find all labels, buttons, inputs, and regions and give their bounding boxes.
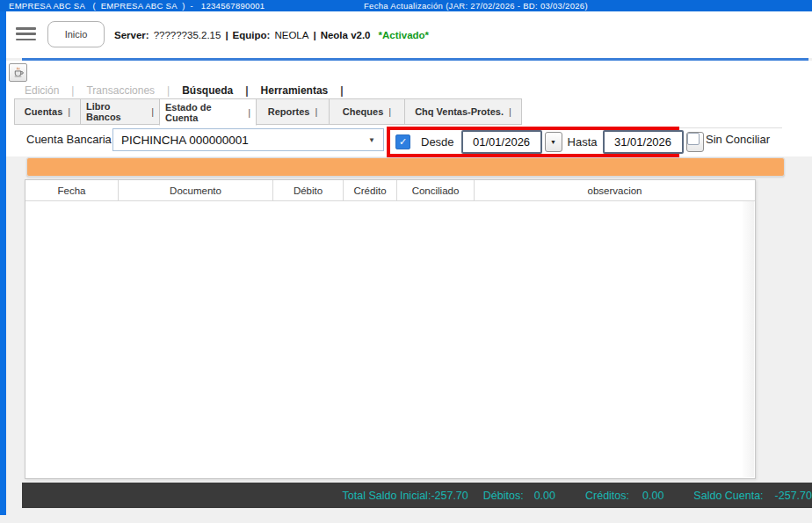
tab-label: Cheques: [343, 106, 383, 117]
menubar: Edición | Transacciones | Búsqueda | Her…: [25, 84, 356, 98]
account-label: Cuenta Bancaria: [26, 133, 112, 146]
separator: |: [313, 30, 315, 40]
to-date-value: 31/01/2026: [614, 135, 671, 149]
equipo-value: NEOLA: [274, 30, 308, 40]
saldo-cuenta: Saldo Cuenta: -257.70: [693, 490, 812, 502]
total-saldo-inicial-label: Total Saldo Inicial:: [343, 490, 431, 502]
total-debitos: Débitos: 0.00: [483, 490, 555, 502]
tab-pipe: |: [388, 106, 391, 117]
menu-separator: |: [167, 84, 170, 97]
menu-item-busqueda[interactable]: Búsqueda: [182, 84, 233, 97]
tab-label: Cuentas: [25, 106, 62, 117]
form-divider: [679, 127, 782, 128]
bank-account-value: PICHINCHA 000000001: [121, 134, 249, 147]
server-label: Server:: [114, 30, 149, 40]
dropdown-arrow-icon: ▼: [550, 139, 556, 145]
total-debitos-label: Débitos:: [483, 490, 524, 502]
update-date-text: Fecha Actualización (JAR: 27/02/2026 - B…: [364, 0, 588, 11]
java-icon: [12, 67, 24, 78]
sin-conciliar-checkbox[interactable]: [687, 133, 700, 145]
date-range-highlight: ✓ Desde 01/01/2026 ▼ Hasta 31/01/2026 ▼: [387, 127, 679, 157]
window-left-border: [0, 11, 6, 515]
tab-pipe: |: [248, 107, 250, 118]
tab-pipe: |: [315, 106, 317, 117]
company-title: EMPRESA ABC SA ( EMPRESA ABC SA ) - 1234…: [9, 0, 265, 11]
home-button[interactable]: Inicio: [47, 21, 105, 47]
from-label: Desde: [421, 135, 454, 149]
total-creditos-label: Créditos:: [585, 490, 629, 502]
total-saldo-inicial-value: -257.70: [431, 490, 468, 502]
column-header-documento[interactable]: Documento: [119, 180, 273, 200]
header-bar: Inicio Server: ??????35.2.15 | Equipo: N…: [6, 11, 812, 58]
tab-label: Chq Ventas-Protes.: [415, 106, 504, 117]
total-debitos-value: 0.00: [534, 490, 555, 502]
tab-cheques[interactable]: Cheques |: [329, 98, 405, 125]
from-date-value: 01/01/2026: [473, 135, 530, 149]
menu-separator: |: [245, 84, 248, 97]
to-label: Hasta: [568, 135, 598, 149]
server-value: ??????35.2.15: [154, 30, 221, 40]
server-info: Server: ??????35.2.15 | Equipo: NEOLA | …: [114, 11, 429, 58]
tab-label: Estado de Cuenta: [165, 102, 243, 123]
menu-item-herramientas[interactable]: Herramientas: [261, 84, 329, 97]
total-saldo-inicial: Total Saldo Inicial: -257.70: [343, 490, 468, 502]
chevron-down-icon: ▼: [368, 136, 375, 144]
orange-status-bar: [26, 157, 785, 177]
titlebar: EMPRESA ABC SA ( EMPRESA ABC SA ) - 1234…: [0, 0, 812, 11]
separator: |: [225, 30, 228, 40]
table-scrollbar[interactable]: [743, 201, 754, 477]
app-version: Neola v2.0: [321, 30, 371, 40]
home-button-label: Inicio: [65, 29, 88, 40]
sin-conciliar-label: Sin Conciliar: [706, 133, 770, 146]
tabstrip: Cuentas | Libro Bancos | Estado de Cuent…: [14, 98, 522, 123]
bank-account-select[interactable]: PICHINCHA 000000001 ▼: [112, 128, 384, 151]
column-header-fecha[interactable]: Fecha: [25, 180, 119, 200]
tab-reportes[interactable]: Reportes |: [256, 98, 330, 125]
check-icon: ✓: [399, 136, 407, 148]
total-creditos: Créditos: 0.00: [585, 490, 663, 502]
tab-pipe: |: [509, 106, 511, 117]
tab-estado-de-cuenta[interactable]: Estado de Cuenta |: [159, 98, 257, 126]
to-date-input[interactable]: 31/01/2026: [603, 130, 684, 154]
total-creditos-value: 0.00: [642, 490, 663, 502]
tab-label: Reportes: [268, 106, 310, 117]
column-header-conciliado[interactable]: Conciliado: [397, 180, 475, 200]
app-window: EMPRESA ABC SA ( EMPRESA ABC SA ) - 1234…: [0, 0, 812, 523]
tab-label: Libro Bancos: [86, 101, 146, 122]
tab-libro-bancos[interactable]: Libro Bancos |: [80, 98, 160, 125]
from-date-dropdown-button[interactable]: ▼: [545, 132, 562, 152]
statement-table: Fecha Documento Débito Crédito Conciliad…: [25, 179, 756, 479]
hamburger-menu-icon[interactable]: [16, 27, 36, 40]
table-header-row: Fecha Documento Débito Crédito Conciliad…: [25, 180, 755, 201]
saldo-cuenta-label: Saldo Cuenta:: [693, 490, 763, 502]
equipo-label: Equipo:: [233, 30, 271, 40]
java-app-button[interactable]: [9, 63, 27, 82]
from-date-input[interactable]: 01/01/2026: [461, 130, 542, 154]
date-filter-checkbox[interactable]: ✓: [395, 134, 410, 149]
menu-separator: |: [340, 84, 343, 97]
column-header-observacion[interactable]: observacion: [475, 180, 755, 200]
menu-separator: |: [71, 84, 74, 97]
tab-pipe: |: [68, 106, 70, 117]
menu-item-edicion[interactable]: Edición: [25, 84, 59, 97]
menu-item-transacciones[interactable]: Transacciones: [86, 84, 155, 97]
saldo-cuenta-value: -257.70: [775, 490, 812, 502]
tab-pipe: |: [151, 106, 154, 117]
column-header-credito[interactable]: Crédito: [344, 180, 397, 200]
status-badge: *Activado*: [379, 30, 430, 40]
tab-chq-ventas-protes[interactable]: Chq Ventas-Protes. |: [404, 98, 522, 125]
column-header-debito[interactable]: Débito: [273, 180, 344, 200]
tab-cuentas[interactable]: Cuentas |: [14, 98, 81, 125]
totals-bar: Total Saldo Inicial: -257.70 Débitos: 0.…: [22, 483, 812, 508]
